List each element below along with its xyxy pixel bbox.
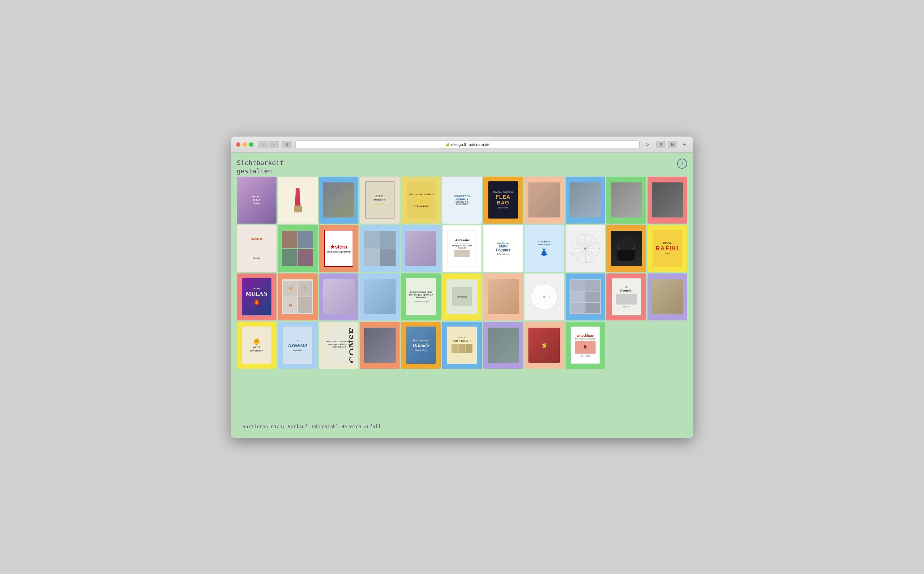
grid-cell-courage[interactable]: — — — COURAGE 1 <box>442 322 482 369</box>
grid-cell-lipstick[interactable] <box>278 177 317 224</box>
grid-cell-bibel[interactable]: BIBEL Designerin ⚡ ⚡ ⚡ <box>360 177 399 224</box>
sort-verlauf[interactable]: Verlauf <box>288 424 308 429</box>
sort-label: Sortieren nach: <box>242 424 285 429</box>
grid-cell-women-blue[interactable] <box>360 273 399 320</box>
new-tab-button[interactable]: + <box>681 141 688 148</box>
nav-buttons: ‹ › <box>258 141 279 148</box>
forward-button[interactable]: › <box>269 141 279 148</box>
grid-cell-cinderella[interactable]: if Cinderellawere a guy 👗 <box>525 225 564 272</box>
sort-jahreszahl[interactable]: Jahreszahl <box>310 424 339 429</box>
grid-cell-consent[interactable]: Lorem ipsum dolor sit amet consectetur a… <box>319 322 359 369</box>
info-button[interactable]: i <box>677 159 687 169</box>
back-button[interactable]: ‹ <box>258 141 268 148</box>
grid-cell-burnt[interactable]: burnt.rcf FRAUEN <box>237 225 277 272</box>
reader-button[interactable]: ⊞ <box>282 141 292 148</box>
address-bar[interactable]: 🔒 design.fh-potsdam.de <box>295 140 640 149</box>
browser-titlebar: ‹ › ⊞ 🔒 design.fh-potsdam.de ↻ ⬆ ⊡ + <box>231 137 693 153</box>
toolbar-actions: ⬆ ⊡ <box>656 141 677 148</box>
grid-cell-orlando[interactable]: Tilda Swinton Orlando Virginia Woolf <box>401 322 441 369</box>
grid-cell-tattoo[interactable] <box>483 273 523 320</box>
reload-button[interactable]: ↻ <box>643 140 651 148</box>
grid-cell-votes-women[interactable]: VOTES FOR WOMEN ⚡ EVERYWHERE! <box>401 177 441 224</box>
browser-window: ‹ › ⊞ 🔒 design.fh-potsdam.de ↻ ⬆ ⊡ + Sic… <box>231 137 693 438</box>
grid-cell-group-photo[interactable] <box>319 177 359 224</box>
grid-cell-aint[interactable]: ✊ Ain't Ia Woman? <box>237 322 277 369</box>
grid-cell-anschlaege[interactable]: an.schläge feministisches magazin 🌹 1968… <box>566 322 605 369</box>
page-content: Sichtbarkeit gestalten i WIZARD of OZ ★★… <box>231 153 693 438</box>
grid-cell-alfrekete[interactable]: Alfrekete bringing the arts to the museu… <box>442 225 482 272</box>
grid-cell-models[interactable] <box>319 273 359 320</box>
close-button[interactable] <box>236 142 240 147</box>
grid-cell-women-photo[interactable] <box>401 225 441 272</box>
grid-cell-amazon-photo[interactable] <box>525 177 564 224</box>
grid-cell-stern[interactable]: ★stern Wie haben abgerichtet! <box>319 225 359 272</box>
grid-cell-mary-poppins[interactable]: Walt Disney Mary Poppins Julie Andrews <box>483 225 523 272</box>
grid-cell-frauentag[interactable] <box>278 225 317 272</box>
grid-cell-veil-portrait[interactable] <box>607 225 646 272</box>
grid-cell-do-women[interactable]: Do women have to be asked to give up the… <box>401 273 441 320</box>
traffic-lights <box>236 142 253 147</box>
sort-bar: Sortieren nach: Verlauf Jahreszahl Berei… <box>237 421 687 432</box>
minimize-button[interactable] <box>242 142 247 147</box>
grid-cell-azeema[interactable]: ✦ AZEEMA magazine <box>278 322 317 369</box>
grid-cell-bw-photo[interactable] <box>607 177 646 224</box>
grid-cell-medieval[interactable] <box>647 273 687 320</box>
grid-cell-wizard[interactable]: WIZARD of OZ ★★★★ <box>237 177 277 224</box>
grid-cell-fleabag[interactable]: AMAZON ORIGINAL FLEA BAG prime video <box>483 177 523 224</box>
image-grid: WIZARD of OZ ★★★★ <box>237 177 687 417</box>
grid-cell-dandelion[interactable] <box>566 225 605 272</box>
grid-cell-magazine-collage[interactable] <box>566 273 605 320</box>
sort-bereich[interactable]: Bereich <box>341 424 361 429</box>
grid-cell-group-bw[interactable] <box>483 322 523 369</box>
grid-cell-woman-red[interactable]: 👸 <box>525 322 564 369</box>
grid-cell-mulan[interactable]: Disney MULAN 🏮 <box>237 273 277 320</box>
share-button[interactable]: ⬆ <box>656 141 666 148</box>
grid-cell-anmache[interactable]: Anmache <box>442 273 482 320</box>
grid-cell-circle-art[interactable] <box>525 273 564 320</box>
grid-cell-women-collage[interactable] <box>360 225 399 272</box>
svg-point-19 <box>543 296 545 298</box>
grid-cell-rafiki[interactable]: KENYA RAFIKI ★ ★ ★ <box>647 225 687 272</box>
url-display: design.fh-potsdam.de <box>451 142 489 147</box>
lock-icon: 🔒 <box>445 142 450 146</box>
grid-cell-freundin[interactable]: — die — freundin ALLEIN <box>607 273 646 320</box>
grid-cell-bw-portrait[interactable] <box>360 322 399 369</box>
grid-cell-appliances[interactable]: 🧺 🔧 📦 🏠 <box>278 273 317 320</box>
maximize-button[interactable] <box>249 142 253 147</box>
grid-cell-bw-woman[interactable] <box>647 177 687 224</box>
grid-cell-group-photo2[interactable] <box>566 177 605 224</box>
grid-cell-generation[interactable]: GENERATION EQUALITY DESTROY THE PATRIARC… <box>442 177 482 224</box>
sort-zufall[interactable]: Zufall <box>364 424 381 429</box>
page-title: Sichtbarkeit gestalten <box>237 159 284 175</box>
bookmark-button[interactable]: ⊡ <box>668 141 677 148</box>
